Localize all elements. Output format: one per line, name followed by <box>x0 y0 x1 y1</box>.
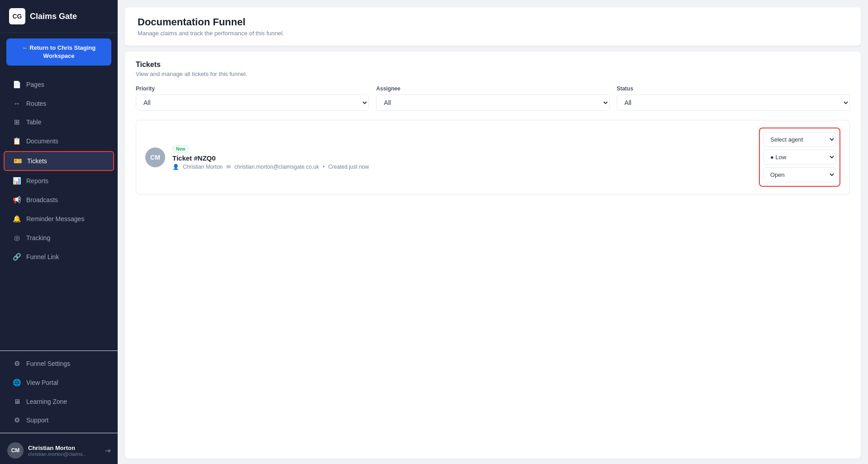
separator: • <box>323 164 324 170</box>
ticket-actions: Select agent ● LowMediumHigh Open Closed <box>759 128 840 187</box>
assignee-filter-select[interactable]: All <box>376 95 609 111</box>
funnel-settings-icon: ⚙ <box>13 360 21 368</box>
documents-icon: 📋 <box>13 137 21 145</box>
ticket-id[interactable]: Ticket #NZQ0 <box>172 154 752 162</box>
sidebar-item-label: View Portal <box>26 379 58 386</box>
sidebar-nav: 📄 Pages ↔ Routes ⊞ Table 📋 Documents 🎫 T… <box>0 71 118 347</box>
sidebar-item-support[interactable]: ⚙ Support <box>4 411 114 429</box>
sidebar-item-reminder-messages[interactable]: 🔔 Reminder Messages <box>4 210 114 228</box>
sidebar-item-broadcasts[interactable]: 📢 Broadcasts <box>4 191 114 209</box>
ticket-created: Created just now <box>328 164 369 170</box>
sidebar-item-view-portal[interactable]: 🌐 View Portal <box>4 374 114 392</box>
user-info: Christian Morton christian.morton@claims… <box>28 445 100 457</box>
sidebar-item-funnel-link[interactable]: 🔗 Funnel Link <box>4 248 114 266</box>
user-avatar: CM <box>7 442 24 459</box>
tickets-icon: 🎫 <box>14 157 22 165</box>
ticket-badge-new: New <box>172 145 189 153</box>
status-filter-select[interactable]: All Open Closed <box>617 95 850 111</box>
sidebar-item-funnel-settings[interactable]: ⚙ Funnel Settings <box>4 355 114 373</box>
page-subtitle: Manage claims and track the performance … <box>138 30 848 37</box>
sidebar-item-label: Tickets <box>27 157 47 165</box>
logout-icon[interactable]: ⇥ <box>105 446 110 455</box>
ticket-name: Christian Morton <box>183 164 223 170</box>
page-title: Documentation Funnel <box>138 16 848 28</box>
priority-action-dropdown[interactable]: ● LowMediumHigh <box>763 150 836 165</box>
support-icon: ⚙ <box>13 416 21 424</box>
email-icon: ✉ <box>226 164 231 170</box>
sidebar-item-tracking[interactable]: ◎ Tracking <box>4 229 114 247</box>
sidebar-item-label: Reports <box>26 177 48 185</box>
funnel-link-icon: 🔗 <box>13 253 21 261</box>
filter-row: Priority All Low Medium High Assignee Al… <box>136 85 850 111</box>
sidebar: CG Claims Gate ← Return to Chris Staging… <box>0 0 118 464</box>
select-agent-dropdown[interactable]: Select agent <box>763 132 836 147</box>
section-title: Tickets <box>136 61 850 69</box>
sidebar-item-label: Funnel Settings <box>26 360 70 367</box>
view-portal-icon: 🌐 <box>13 379 21 387</box>
sidebar-item-label: Pages <box>26 81 44 88</box>
return-to-workspace-button[interactable]: ← Return to Chris Staging Workspace <box>6 38 111 66</box>
user-email: christian.morton@claims.. <box>28 451 100 457</box>
sidebar-item-label: Learning Zone <box>26 398 67 405</box>
sidebar-item-label: Reminder Messages <box>26 215 84 223</box>
ticket-email: christian.morton@claimsgate.co.uk <box>234 164 319 170</box>
sidebar-item-label: Support <box>26 417 48 424</box>
sidebar-item-table[interactable]: ⊞ Table <box>4 113 114 131</box>
ticket-card: CM New Ticket #NZQ0 👤 Christian Morton ✉… <box>136 120 850 194</box>
tickets-section: Tickets View and manage all tickets for … <box>125 52 861 459</box>
page-header: Documentation Funnel Manage claims and t… <box>125 7 861 46</box>
reminder-icon: 🔔 <box>13 215 21 223</box>
logo-icon: CG <box>9 8 25 24</box>
broadcasts-icon: 📢 <box>13 196 21 204</box>
priority-filter-group: Priority All Low Medium High <box>136 85 369 111</box>
sidebar-item-label: Tracking <box>26 234 50 241</box>
sidebar-item-learning-zone[interactable]: 🖥 Learning Zone <box>4 393 114 410</box>
sidebar-item-documents[interactable]: 📋 Documents <box>4 132 114 150</box>
status-filter-label: Status <box>617 85 850 92</box>
user-profile: CM Christian Morton christian.morton@cla… <box>0 437 118 464</box>
section-subtitle: View and manage all tickets for this fun… <box>136 71 850 77</box>
sidebar-item-label: Broadcasts <box>26 196 58 204</box>
ticket-avatar: CM <box>145 147 165 167</box>
assignee-filter-group: Assignee All <box>376 85 609 111</box>
app-logo: CG Claims Gate <box>0 0 118 33</box>
sidebar-item-pages[interactable]: 📄 Pages <box>4 76 114 94</box>
routes-icon: ↔ <box>13 99 21 107</box>
assignee-filter-label: Assignee <box>376 85 609 92</box>
learning-zone-icon: 🖥 <box>13 398 21 405</box>
pages-icon: 📄 <box>13 80 21 89</box>
tracking-icon: ◎ <box>13 234 21 242</box>
sidebar-item-label: Table <box>26 118 41 126</box>
user-name: Christian Morton <box>28 445 100 451</box>
brand-name: Claims Gate <box>30 12 77 21</box>
ticket-info: New Ticket #NZQ0 👤 Christian Morton ✉ ch… <box>172 144 752 170</box>
table-icon: ⊞ <box>13 118 21 126</box>
status-filter-group: Status All Open Closed <box>617 85 850 111</box>
sidebar-item-label: Funnel Link <box>26 253 59 260</box>
reports-icon: 📊 <box>13 177 21 185</box>
ticket-meta: 👤 Christian Morton ✉ christian.morton@cl… <box>172 164 752 170</box>
agent-icon: 👤 <box>172 164 179 170</box>
status-action-dropdown[interactable]: Open Closed <box>763 167 836 182</box>
sidebar-item-label: Routes <box>26 100 46 107</box>
sidebar-item-label: Documents <box>26 137 58 145</box>
sidebar-item-routes[interactable]: ↔ Routes <box>4 95 114 112</box>
main-content: Documentation Funnel Manage claims and t… <box>118 0 868 464</box>
priority-filter-select[interactable]: All Low Medium High <box>136 95 369 111</box>
priority-filter-label: Priority <box>136 85 369 92</box>
sidebar-item-tickets[interactable]: 🎫 Tickets <box>4 151 114 171</box>
sidebar-item-reports[interactable]: 📊 Reports <box>4 172 114 190</box>
